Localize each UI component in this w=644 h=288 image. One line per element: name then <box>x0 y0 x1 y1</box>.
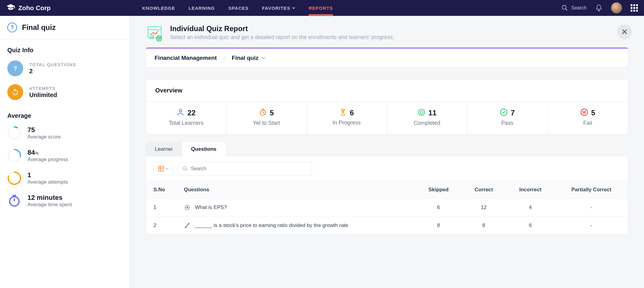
nav-reports[interactable]: REPORTS <box>309 5 333 11</box>
question-text: ______ is a stock's price to earning rat… <box>195 222 348 229</box>
report-tabs: Learner Questions <box>146 142 628 157</box>
breadcrumb: Financial Management / Final quiz <box>146 48 628 68</box>
cell-skipped: 8 <box>415 217 462 235</box>
svg-point-33 <box>183 167 186 170</box>
avg-score-label: Average score <box>27 134 61 140</box>
badge-icon <box>417 108 425 117</box>
avg-progress-label: Average progress <box>27 157 68 163</box>
svg-point-2 <box>8 127 20 139</box>
column-picker[interactable] <box>153 162 173 175</box>
stat-value: 22 <box>188 109 196 117</box>
question-count-icon: ? <box>7 60 23 76</box>
overview-heading: Overview <box>146 80 628 102</box>
nav-spaces[interactable]: SPACES <box>228 5 249 11</box>
stat-value: 5 <box>591 109 595 117</box>
svg-line-34 <box>186 169 187 171</box>
radio-icon <box>184 205 190 210</box>
svg-point-0 <box>562 5 566 9</box>
main-content: Individual Quiz Report Select an individ… <box>130 16 644 288</box>
table-search-input[interactable] <box>191 166 307 171</box>
col-skipped: Skipped <box>415 181 462 199</box>
question-text: What is EPS? <box>195 204 227 211</box>
hourglass-icon <box>339 109 347 117</box>
table-search[interactable] <box>178 162 312 175</box>
chevron-down-icon <box>262 56 265 60</box>
svg-point-25 <box>420 111 423 114</box>
pencil-icon <box>184 222 190 229</box>
breadcrumb-current-dropdown[interactable]: Final quiz <box>232 55 265 61</box>
nav-favorites[interactable]: FAVORITES <box>262 5 295 11</box>
cell-correct: 8 <box>462 217 506 235</box>
average-heading: Average <box>7 112 122 119</box>
col-correct: Correct <box>462 181 506 199</box>
overview-stat: 11 Completed <box>387 102 467 134</box>
cell-question: What is EPS? <box>177 199 415 217</box>
brand[interactable]: Zoho Corp <box>6 3 51 13</box>
avg-progress-ring <box>7 149 21 163</box>
avg-attempts-value: 1 <box>27 171 68 179</box>
tab-questions[interactable]: Questions <box>182 142 226 157</box>
top-nav-links: KNOWLEDGE LEARNING SPACES FAVORITES REPO… <box>142 5 333 11</box>
cell-partial: - <box>555 217 628 235</box>
apps-icon[interactable] <box>631 4 638 12</box>
overview-card: Overview 22 Total Learners 5 Yet to Star… <box>146 79 628 135</box>
svg-point-36 <box>186 207 188 208</box>
overview-stat: 22 Total Learners <box>146 102 226 134</box>
stat-value: 7 <box>511 109 515 117</box>
user-avatar[interactable] <box>611 2 622 13</box>
avg-time-label: Average time spent <box>27 202 72 208</box>
search-placeholder: Search <box>571 5 587 11</box>
nav-knowledge[interactable]: KNOWLEDGE <box>142 5 175 11</box>
nav-learning[interactable]: LEARNING <box>188 5 215 11</box>
stat-value: 5 <box>270 109 274 117</box>
table-row[interactable]: 2 ______ is a stock's price to earning r… <box>146 217 628 235</box>
total-questions-label: TOTAL QUESTIONS <box>29 62 76 67</box>
svg-line-1 <box>566 9 567 11</box>
breadcrumb-separator: / <box>224 55 225 61</box>
stat-label: In Progress <box>333 120 361 126</box>
svg-rect-30 <box>159 166 163 171</box>
svg-point-20 <box>179 109 182 112</box>
attempts-icon <box>7 84 23 100</box>
stat-value: 11 <box>428 109 437 117</box>
search-icon <box>182 166 188 171</box>
report-subtitle: Select an individual quiz and get a deta… <box>170 34 394 41</box>
sidebar-title: Final quiz <box>22 23 56 32</box>
close-button[interactable] <box>617 24 632 39</box>
stat-label: Fail <box>583 120 592 126</box>
attempts-label: ATTEMPTS <box>29 86 57 91</box>
overview-stat: 5 Fail <box>548 102 628 134</box>
cell-skipped: 6 <box>415 199 462 217</box>
brand-name: Zoho Corp <box>18 4 51 12</box>
cell-incorrect: 4 <box>506 199 555 217</box>
bell-icon[interactable] <box>595 4 603 12</box>
search-icon <box>561 5 568 11</box>
cell-partial: - <box>555 199 628 217</box>
help-icon[interactable]: ? <box>7 23 17 32</box>
avg-time-icon <box>7 194 21 208</box>
col-partial: Partially Correct <box>555 181 628 199</box>
questions-table-card: S.No Questions Skipped Correct Incorrect… <box>146 157 628 235</box>
cell-sno: 2 <box>146 217 177 235</box>
tab-learner[interactable]: Learner <box>146 142 182 157</box>
avg-score-ring <box>7 126 21 140</box>
col-questions: Questions <box>177 181 415 199</box>
cell-question: ______ is a stock's price to earning rat… <box>177 217 415 235</box>
sidebar: ? Final quiz Quiz Info ? TOTAL QUESTIONS… <box>0 16 130 288</box>
svg-rect-14 <box>150 36 152 39</box>
table-row[interactable]: 1 What is EPS? 6 12 4 - <box>146 199 628 217</box>
close-icon <box>621 29 628 35</box>
svg-rect-15 <box>152 35 154 39</box>
stat-label: Total Learners <box>169 120 203 126</box>
clock-icon <box>259 108 267 117</box>
breadcrumb-parent[interactable]: Financial Management <box>155 55 217 61</box>
global-search[interactable]: Search <box>561 5 587 11</box>
avg-attempts-ring <box>7 171 21 185</box>
col-incorrect: Incorrect <box>506 181 555 199</box>
attempts-value: Unlimited <box>29 92 57 99</box>
svg-point-17 <box>158 37 160 39</box>
x-icon <box>580 108 588 117</box>
stat-label: Yet to Start <box>253 120 280 126</box>
graduation-cap-icon <box>6 3 15 13</box>
stat-value: 6 <box>350 109 354 117</box>
